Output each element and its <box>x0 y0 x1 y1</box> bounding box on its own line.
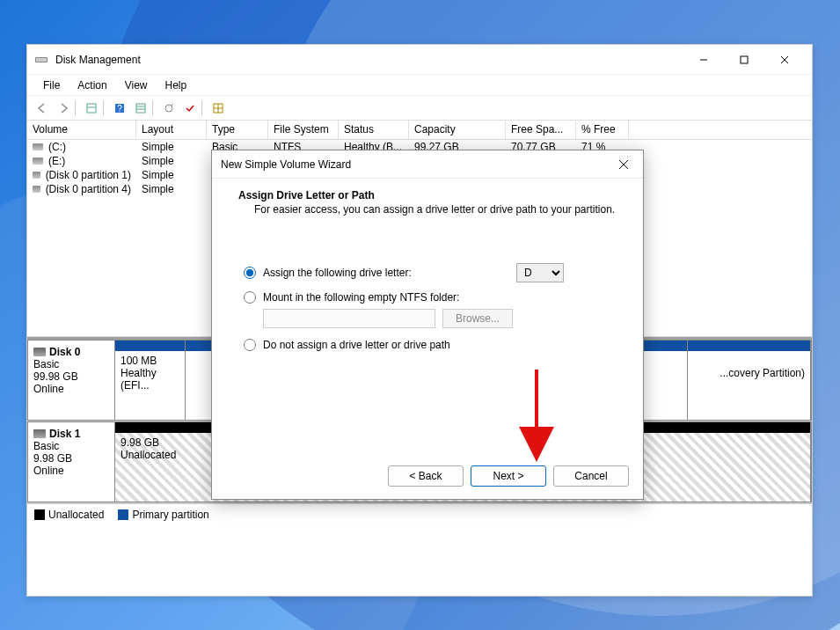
menu-file[interactable]: File <box>34 77 69 93</box>
radio-assign-letter[interactable] <box>244 267 256 279</box>
partition[interactable]: ...covery Partition) <box>688 341 811 420</box>
disk-icon <box>33 143 43 150</box>
toolbar: ? <box>27 96 812 121</box>
volume-label: (C:) <box>48 141 66 153</box>
disk-info[interactable]: Disk 0 Basic 99.98 GB Online <box>27 340 115 421</box>
volume-label: (Disk 0 partition 4) <box>46 183 131 195</box>
disk-icon <box>33 348 46 356</box>
volume-label: (Disk 0 partition 1) <box>46 169 131 181</box>
app-icon <box>34 53 48 67</box>
cancel-button[interactable]: Cancel <box>553 465 629 487</box>
volume-label: (E:) <box>48 155 65 167</box>
new-volume-wizard-dialog: New Simple Volume Wizard Assign Drive Le… <box>211 150 644 500</box>
menu-help[interactable]: Help <box>157 77 196 93</box>
forward-icon[interactable] <box>54 99 73 118</box>
svg-rect-10 <box>136 104 145 113</box>
back-icon[interactable] <box>33 99 52 118</box>
mount-folder-input <box>263 309 435 328</box>
legend: Unallocated Primary partition <box>27 503 812 524</box>
col-percent[interactable]: % Free <box>576 121 629 139</box>
menu-action[interactable]: Action <box>69 77 115 93</box>
separator <box>152 100 157 116</box>
svg-rect-3 <box>741 56 748 63</box>
settings-icon[interactable] <box>159 99 179 118</box>
legend-label: Unallocated <box>48 509 104 521</box>
window-title: Disk Management <box>55 54 683 66</box>
list-icon[interactable] <box>131 99 150 118</box>
grid-icon[interactable] <box>208 99 228 118</box>
dialog-title: New Simple Volume Wizard <box>221 158 613 171</box>
legend-label: Primary partition <box>132 509 208 521</box>
col-filesystem[interactable]: File System <box>268 121 339 139</box>
svg-text:?: ? <box>117 104 122 114</box>
svg-point-13 <box>165 105 172 112</box>
partition[interactable]: 100 MB Healthy (EFI... <box>115 341 186 420</box>
next-button[interactable]: Next > <box>471 465 546 487</box>
titlebar: Disk Management <box>27 45 812 75</box>
dialog-header-subtitle: For easier access, you can assign a driv… <box>238 203 617 216</box>
close-button[interactable] <box>764 47 805 73</box>
svg-rect-1 <box>36 58 47 62</box>
minimize-button[interactable] <box>683 47 724 73</box>
drive-letter-select[interactable]: D <box>516 263 564 282</box>
legend-swatch-primary <box>118 509 128 520</box>
dialog-header-title: Assign Drive Letter or Path <box>238 189 617 201</box>
dialog-titlebar: New Simple Volume Wizard <box>212 150 643 179</box>
disk-icon <box>33 158 43 165</box>
col-capacity[interactable]: Capacity <box>409 121 506 139</box>
legend-swatch-unallocated <box>34 509 45 520</box>
help-icon[interactable]: ? <box>110 99 129 118</box>
radio-label: Assign the following drive letter: <box>263 267 412 279</box>
back-button[interactable]: < Back <box>388 465 464 487</box>
volume-table-header: Volume Layout Type File System Status Ca… <box>27 121 812 140</box>
separator <box>75 100 80 116</box>
col-spacer <box>629 121 812 139</box>
dialog-close-button[interactable] <box>613 154 634 175</box>
maximize-button[interactable] <box>724 47 764 73</box>
disk-icon <box>33 172 40 179</box>
col-status[interactable]: Status <box>339 121 409 139</box>
col-volume[interactable]: Volume <box>27 121 136 139</box>
col-free[interactable]: Free Spa... <box>506 121 576 139</box>
dialog-header: Assign Drive Letter or Path For easier a… <box>212 179 643 223</box>
view-icon[interactable] <box>82 99 101 118</box>
browse-button: Browse... <box>442 309 513 328</box>
menu-view[interactable]: View <box>116 77 157 93</box>
col-type[interactable]: Type <box>207 121 268 139</box>
menubar: File Action View Help <box>27 75 812 96</box>
dialog-footer: < Back Next > Cancel <box>388 465 629 487</box>
separator <box>103 100 108 116</box>
svg-rect-6 <box>87 104 96 113</box>
radio-mount-folder[interactable] <box>244 291 256 304</box>
disk-info[interactable]: Disk 1 Basic 9.98 GB Online <box>27 421 115 502</box>
radio-label: Do not assign a drive letter or drive pa… <box>263 339 450 351</box>
dialog-body: Assign the following drive letter: D Mou… <box>212 223 643 381</box>
separator <box>201 100 207 116</box>
col-layout[interactable]: Layout <box>136 121 207 139</box>
radio-label: Mount in the following empty NTFS folder… <box>263 291 459 304</box>
disk-icon <box>33 186 40 193</box>
radio-no-assign[interactable] <box>244 339 256 351</box>
check-icon[interactable] <box>180 99 200 118</box>
disk-icon <box>33 429 46 438</box>
